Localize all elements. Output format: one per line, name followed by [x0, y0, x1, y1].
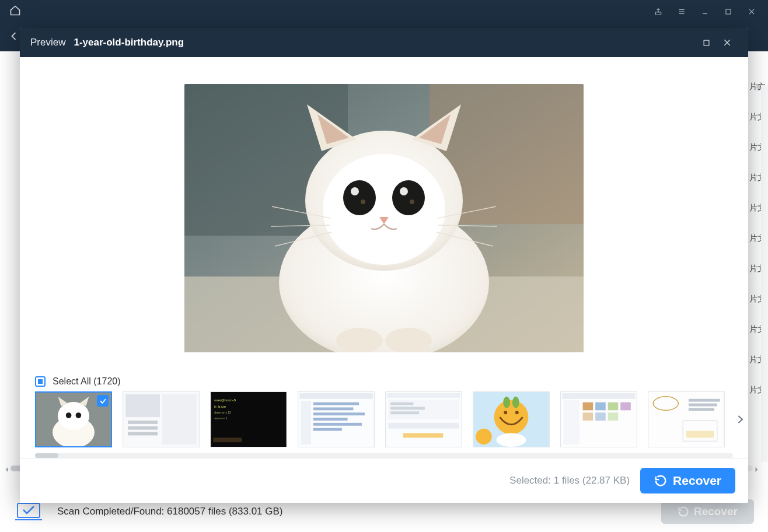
svg-rect-54: [313, 402, 359, 405]
svg-rect-40: [125, 394, 160, 417]
preview-close-button[interactable]: [717, 32, 738, 53]
svg-rect-58: [313, 423, 362, 426]
svg-text:ls -la /var: ls -la /var: [214, 405, 226, 408]
thumbnail-item[interactable]: [385, 391, 462, 447]
back-icon[interactable]: [9, 31, 20, 44]
svg-rect-90: [689, 408, 714, 411]
svg-rect-52: [299, 393, 372, 399]
svg-point-38: [76, 412, 82, 418]
maximize-button[interactable]: [717, 0, 740, 23]
thumbnail-item[interactable]: [298, 391, 375, 447]
svg-rect-41: [162, 394, 197, 444]
svg-rect-83: [583, 412, 594, 421]
svg-point-74: [497, 433, 526, 447]
svg-rect-42: [128, 421, 158, 424]
svg-point-73: [512, 397, 519, 408]
svg-rect-81: [608, 402, 619, 411]
svg-rect-78: [563, 400, 579, 444]
svg-rect-50: [213, 438, 242, 442]
svg-point-72: [503, 397, 510, 408]
svg-rect-89: [689, 404, 717, 407]
svg-rect-56: [313, 412, 365, 415]
svg-rect-5: [726, 9, 731, 14]
select-all-checkbox[interactable]: [35, 376, 46, 387]
scan-complete-icon: [14, 501, 43, 522]
menu-icon[interactable]: [670, 0, 693, 23]
svg-point-32: [336, 328, 383, 352]
minimize-button[interactable]: [693, 0, 717, 23]
select-all-row: Select All (1720): [20, 372, 748, 391]
thumbnail-scrollbar[interactable]: [35, 453, 733, 458]
svg-rect-85: [608, 412, 619, 421]
next-thumbnails-button[interactable]: [735, 412, 745, 429]
thumbnail-scroll-thumb[interactable]: [35, 453, 58, 458]
svg-rect-44: [128, 432, 158, 436]
preview-header: Preview 1-year-old-birthday.png: [20, 28, 748, 57]
svg-rect-43: [128, 426, 158, 430]
bg-recover-button[interactable]: Recover: [661, 499, 754, 524]
svg-point-69: [494, 400, 529, 435]
svg-rect-55: [313, 407, 354, 410]
thumbnail-item[interactable]: [35, 391, 112, 447]
thumbnail-item[interactable]: user@host:~$ls -la /vardrwxr-xr-x 12-rw-…: [210, 391, 287, 447]
svg-rect-61: [387, 393, 460, 398]
scroll-right-icon[interactable]: [753, 465, 760, 472]
svg-point-33: [385, 328, 432, 352]
svg-rect-59: [313, 428, 342, 431]
svg-rect-77: [562, 393, 635, 399]
svg-point-25: [410, 200, 414, 204]
svg-rect-10: [704, 40, 709, 46]
svg-rect-66: [388, 423, 459, 429]
svg-text:drwxr-xr-x 12: drwxr-xr-x 12: [214, 411, 231, 414]
preview-modal: Preview 1-year-old-birthday.png: [20, 28, 748, 503]
selection-status: Selected: 1 files (22.87 KB): [509, 475, 630, 487]
svg-rect-57: [313, 418, 348, 421]
preview-filename: 1-year-old-birthday.png: [74, 37, 184, 48]
recover-button[interactable]: Recover: [640, 468, 735, 494]
thumbnail-item[interactable]: [648, 391, 725, 447]
select-all-label: Select All (1720): [53, 376, 121, 387]
thumbnail-strip: user@host:~$ls -la /vardrwxr-xr-x 12-rw-…: [20, 391, 748, 450]
svg-point-21: [392, 180, 425, 215]
thumbnail-item[interactable]: [473, 391, 550, 447]
bg-vertical-scrollbar[interactable]: [761, 85, 768, 462]
preview-footer: Selected: 1 files (22.87 KB) Recover: [20, 458, 748, 503]
svg-point-20: [343, 180, 376, 215]
share-icon[interactable]: [647, 0, 670, 23]
svg-rect-88: [689, 399, 720, 402]
svg-point-71: [515, 411, 519, 414]
scroll-left-icon[interactable]: [4, 465, 11, 472]
svg-rect-80: [595, 402, 606, 411]
svg-rect-65: [390, 411, 419, 414]
svg-rect-79: [583, 402, 594, 411]
svg-rect-63: [390, 402, 413, 405]
svg-rect-53: [301, 401, 311, 444]
svg-text:user@host:~$: user@host:~$: [214, 398, 236, 402]
main-titlebar: [0, 0, 768, 23]
svg-rect-64: [390, 407, 425, 410]
close-button[interactable]: [740, 0, 763, 23]
svg-rect-92: [686, 431, 714, 438]
svg-point-37: [66, 412, 72, 418]
svg-rect-84: [595, 412, 606, 421]
svg-rect-67: [403, 433, 444, 438]
svg-point-22: [351, 187, 359, 195]
svg-point-19: [323, 154, 445, 265]
svg-point-36: [58, 402, 89, 430]
preview-main-image: [184, 84, 584, 352]
preview-maximize-button[interactable]: [696, 32, 717, 53]
svg-point-70: [504, 411, 507, 414]
svg-point-23: [400, 187, 408, 195]
recover-label: Recover: [673, 474, 721, 488]
preview-title: Preview: [30, 37, 65, 48]
thumbnail-item[interactable]: [123, 391, 200, 447]
bg-recover-label: Recover: [694, 505, 738, 518]
svg-text:-rw-r--r--  1: -rw-r--r-- 1: [214, 417, 227, 420]
preview-body: [20, 57, 748, 372]
thumbnail-item[interactable]: [560, 391, 637, 447]
svg-rect-8: [18, 503, 40, 517]
home-icon[interactable]: [9, 5, 21, 19]
svg-point-24: [361, 200, 365, 204]
scan-status-text: Scan Completed/Found: 6180057 files (833…: [57, 506, 283, 517]
check-icon: [97, 395, 109, 407]
